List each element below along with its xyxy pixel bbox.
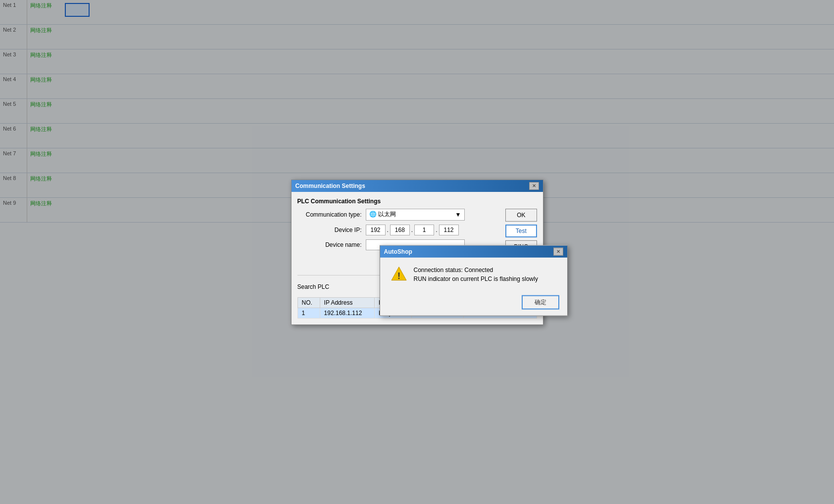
ip-dot-2: .	[410, 227, 414, 233]
device-ip-row: Device IP: . . .	[297, 225, 496, 235]
comm-type-value: 🌐 以太网	[369, 210, 396, 219]
device-ip-label: Device IP:	[297, 227, 362, 233]
ok-button[interactable]: OK	[505, 209, 537, 222]
dialog-close-button[interactable]: ✕	[529, 182, 539, 190]
message-line1: Connection status: Connected	[414, 265, 557, 274]
warning-text: Connection status: Connected RUN indicat…	[414, 265, 557, 283]
autoshop-title-label: AutoShop	[384, 248, 412, 255]
comm-type-row: Communication type: 🌐 以太网 ▼	[297, 209, 496, 221]
autoshop-dialog-body: ! Connection status: Connected RUN indic…	[380, 257, 567, 291]
ip-dot-3: .	[434, 227, 439, 233]
comm-settings-dialog: Communication Settings ✕ PLC Communicati…	[291, 180, 543, 325]
dialog-section-title: PLC Communication Settings	[297, 198, 537, 205]
dialog-title-bar: Communication Settings ✕	[292, 180, 543, 192]
search-plc-title: Search PLC	[297, 283, 330, 290]
device-name-label: Device name:	[297, 241, 362, 248]
autoshop-close-button[interactable]: ✕	[553, 247, 563, 255]
warning-triangle-svg: !	[390, 265, 408, 283]
warning-icon: !	[390, 265, 408, 283]
col-ip: IP Address	[320, 297, 374, 308]
cell-ip: 192.168.1.112	[320, 308, 374, 318]
ip-dot-1: .	[386, 227, 390, 233]
ip-field-1[interactable]	[366, 225, 386, 235]
ip-field-2[interactable]	[390, 225, 410, 235]
confirm-button[interactable]: 确定	[522, 295, 559, 309]
autoshop-dialog: AutoShop ✕ ! Connection status: Connecte…	[380, 245, 568, 316]
ip-field-3[interactable]	[414, 225, 434, 235]
comm-type-label: Communication type:	[297, 211, 362, 218]
dropdown-arrow-icon: ▼	[455, 211, 461, 218]
svg-text:!: !	[397, 271, 400, 280]
dialog-title: Communication Settings	[295, 183, 365, 189]
message-line2: RUN indicator on current PLC is flashing…	[414, 274, 557, 283]
col-no: NO.	[297, 297, 320, 308]
comm-type-select[interactable]: 🌐 以太网 ▼	[366, 209, 465, 221]
autoshop-dialog-title: AutoShop ✕	[380, 245, 567, 257]
modal-overlay: Communication Settings ✕ PLC Communicati…	[0, 0, 834, 504]
ip-field-4[interactable]	[439, 225, 459, 235]
autoshop-dialog-footer: 确定	[380, 291, 567, 315]
ip-fields: . . .	[366, 225, 459, 235]
cell-no: 1	[297, 308, 320, 318]
test-button[interactable]: Test	[505, 225, 537, 237]
